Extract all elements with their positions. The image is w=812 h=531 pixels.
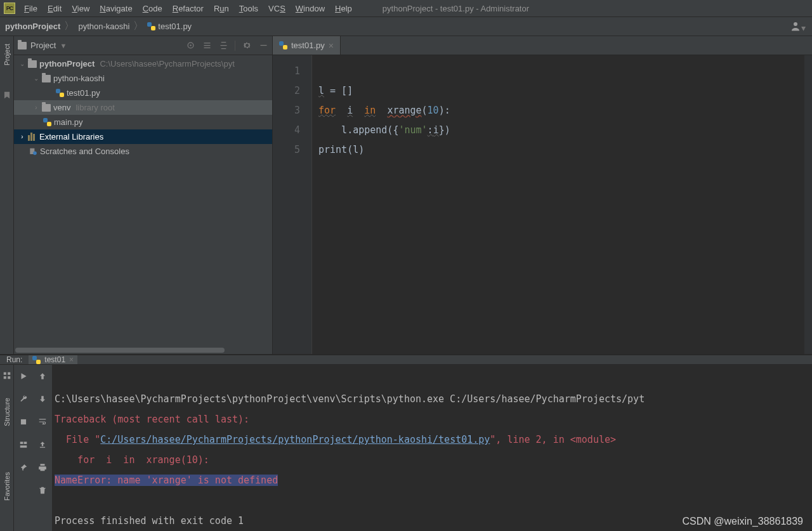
crumb-folder[interactable]: python-kaoshi〉 <box>78 20 145 33</box>
menu-help[interactable]: Help <box>330 2 357 15</box>
python-file-icon <box>147 22 155 30</box>
gutter: 1 2 3 4 5 <box>273 55 312 354</box>
svg-rect-10 <box>20 442 23 444</box>
menu-edit[interactable]: Edit <box>43 2 67 15</box>
locate-icon[interactable] <box>185 41 195 51</box>
tree-venv[interactable]: › venv library root <box>14 100 272 115</box>
menu-view[interactable]: View <box>67 2 95 15</box>
expand-all-icon[interactable] <box>202 41 212 51</box>
library-icon <box>28 133 37 141</box>
minimize-icon[interactable] <box>258 41 268 51</box>
menu-run[interactable]: Run <box>209 2 234 15</box>
gear-icon[interactable] <box>242 41 252 51</box>
soft-wrap-icon[interactable] <box>37 417 48 427</box>
code[interactable]: l = [] for i in xrange(10): l.append({'n… <box>312 55 450 354</box>
folder-icon <box>18 42 27 49</box>
menu-navigate[interactable]: Navigate <box>95 2 137 15</box>
svg-rect-9 <box>21 419 26 424</box>
traceback-link[interactable]: C:/Users/hasee/PycharmProjects/pythonPro… <box>100 434 490 445</box>
svg-rect-5 <box>3 372 6 375</box>
stop-icon[interactable] <box>18 417 29 427</box>
project-toolwindow: Project ▼ ⌄ pythonProject C:\Users\hasee… <box>14 36 273 354</box>
tab-test01[interactable]: test01.py × <box>273 36 341 55</box>
svg-rect-7 <box>3 376 6 379</box>
tree-root[interactable]: ⌄ pythonProject C:\Users\hasee\PycharmPr… <box>14 56 272 71</box>
python-file-icon <box>43 118 51 126</box>
project-header-label[interactable]: Project ▼ <box>18 41 67 50</box>
crumb-project[interactable]: pythonProject〉 <box>5 20 75 33</box>
sidebar-scrollbar[interactable] <box>15 348 225 353</box>
wrench-icon[interactable] <box>18 394 29 404</box>
svg-rect-12 <box>20 445 27 448</box>
tree-kaoshi[interactable]: ⌄ python-kaoshi <box>14 71 272 86</box>
window-title: pythonProject - test01.py - Administrato… <box>383 4 529 13</box>
collapse-all-icon[interactable] <box>218 41 228 51</box>
menu-vcs[interactable]: VCS <box>263 2 291 15</box>
python-file-icon <box>32 356 41 364</box>
svg-rect-2 <box>260 45 266 46</box>
run-title: Run: <box>6 355 22 364</box>
stripe-favorites[interactable]: Favorites <box>3 472 11 501</box>
python-file-icon <box>56 89 64 97</box>
tree-ext-lib[interactable]: › External Libraries <box>14 129 272 144</box>
run-toolbar-right <box>33 365 52 531</box>
scratches-icon <box>29 147 37 156</box>
left-toolwindow-stripe: Project <box>0 36 14 354</box>
svg-point-4 <box>33 151 37 155</box>
down-icon[interactable] <box>37 394 48 404</box>
project-header: Project ▼ <box>14 36 272 55</box>
stripe-structure[interactable]: Structure <box>3 398 11 426</box>
bookmark-icon[interactable] <box>3 91 11 100</box>
close-icon[interactable]: × <box>69 355 74 364</box>
structure-icon[interactable] <box>3 371 11 380</box>
close-icon[interactable]: × <box>329 41 334 51</box>
svg-rect-6 <box>8 372 10 375</box>
run-toolbar-left <box>14 365 33 531</box>
left-stripe-bottom: Structure Favorites <box>0 365 14 531</box>
editor-body[interactable]: 1 2 3 4 5 l = [] for i in xrange(10): l.… <box>273 55 812 354</box>
user-icon[interactable]: ▾ <box>790 21 806 33</box>
editor-error-stripe[interactable] <box>804 55 812 354</box>
stripe-project[interactable]: Project <box>3 44 11 65</box>
tree-scratches[interactable]: Scratches and Consoles <box>14 144 272 159</box>
run-toolwindow: Run: test01 × Structure Favorites <box>0 355 812 516</box>
tree-main[interactable]: main.py <box>14 115 272 129</box>
pin-icon[interactable] <box>18 462 29 473</box>
python-file-icon <box>279 41 287 49</box>
menu-code[interactable]: Code <box>138 2 167 15</box>
run-tab[interactable]: test01 × <box>29 355 77 364</box>
svg-rect-11 <box>24 442 27 444</box>
print-icon[interactable] <box>37 462 48 473</box>
up-icon[interactable] <box>37 371 48 381</box>
nav-bar: pythonProject〉 python-kaoshi〉 test01.py … <box>0 17 812 36</box>
svg-point-1 <box>190 44 192 46</box>
menu-file[interactable]: File <box>19 2 43 15</box>
main-menubar: PC File Edit View Navigate Code Refactor… <box>0 0 812 17</box>
menu-tools[interactable]: Tools <box>234 2 263 15</box>
run-console[interactable]: C:\Users\hasee\PycharmProjects\pythonPro… <box>52 365 812 531</box>
run-header: Run: test01 × <box>0 355 812 365</box>
run-body: Structure Favorites C:\Users\hasee\Pycha… <box>0 365 812 531</box>
layout-icon[interactable] <box>18 440 29 450</box>
svg-rect-8 <box>8 376 10 379</box>
menu-window[interactable]: Window <box>291 2 330 15</box>
crumb-file[interactable]: test01.py <box>147 22 192 31</box>
export-icon[interactable] <box>37 440 48 450</box>
workspace: Project Project ▼ ⌄ pythonProject <box>0 36 812 355</box>
project-tree[interactable]: ⌄ pythonProject C:\Users\hasee\PycharmPr… <box>14 55 272 354</box>
trash-icon[interactable] <box>37 485 48 495</box>
app-icon: PC <box>4 3 15 14</box>
editor-area: test01.py × 1 2 3 4 5 l = [] for i in xr… <box>273 36 812 354</box>
run-icon[interactable] <box>18 371 29 381</box>
menu-refactor[interactable]: Refactor <box>167 2 209 15</box>
editor-tabbar: test01.py × <box>273 36 812 55</box>
tree-test01[interactable]: test01.py <box>14 86 272 100</box>
